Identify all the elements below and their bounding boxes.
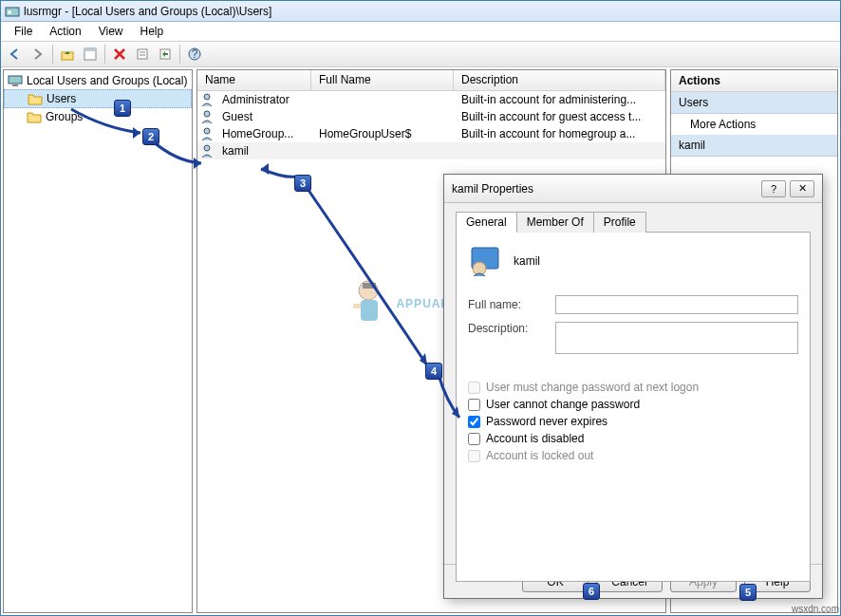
tab-memberof[interactable]: Member Of (516, 212, 594, 233)
tree-item-users[interactable]: Users (4, 89, 192, 108)
annotation-5: 5 (739, 584, 757, 601)
svg-rect-4 (84, 48, 96, 51)
titlebar: lusrmgr - [Local Users and Groups (Local… (1, 1, 840, 22)
menu-view[interactable]: View (91, 23, 131, 40)
col-description[interactable]: Description (454, 70, 665, 90)
menu-file[interactable]: File (7, 23, 40, 40)
col-name[interactable]: Name (197, 70, 311, 90)
checkbox-disabled[interactable] (468, 433, 480, 445)
user-icon (199, 126, 215, 141)
actions-header: Actions (671, 70, 837, 92)
tab-content: kamil Full name: Description: User must … (456, 233, 811, 582)
check-neverexpires[interactable]: Password never expires (468, 415, 798, 428)
label-description: Description: (468, 322, 551, 335)
svg-rect-26 (353, 304, 361, 308)
help-icon[interactable]: ? (184, 44, 205, 65)
svg-point-1 (8, 10, 11, 14)
list-row-administrator[interactable]: Administrator Built-in account for admin… (197, 91, 665, 108)
list-header: Name Full Name Description (197, 70, 665, 91)
dialog-titlebar: kamil Properties ? ✕ (444, 175, 822, 203)
refresh-icon[interactable] (132, 44, 153, 65)
svg-rect-11 (9, 76, 22, 84)
context-help-button[interactable]: ? (761, 180, 786, 197)
user-icon (199, 143, 215, 159)
back-icon[interactable] (5, 44, 26, 65)
forward-icon[interactable] (28, 44, 48, 65)
list-row-kamil[interactable]: kamil (197, 142, 665, 159)
tree-item-label: Users (47, 92, 76, 105)
delete-icon[interactable] (109, 44, 130, 65)
annotation-4: 4 (425, 363, 442, 380)
list-row-guest[interactable]: Guest Built-in account for guest access … (197, 108, 665, 125)
folder-icon (27, 109, 42, 124)
fullname-input[interactable] (555, 295, 798, 314)
actions-section-users: Users (671, 92, 837, 114)
svg-point-16 (204, 145, 210, 151)
actions-section-kamil: kamil (671, 135, 837, 157)
user-avatar-icon (468, 244, 502, 278)
check-lockedout: Account is locked out (468, 449, 798, 462)
svg-rect-27 (363, 283, 376, 289)
checkbox-neverexpires[interactable] (468, 416, 480, 428)
app-icon (5, 4, 20, 19)
menubar: File Action View Help (1, 22, 840, 41)
annotation-1: 1 (114, 100, 131, 117)
checkbox-lockedout (468, 450, 480, 462)
dialog-username: kamil (514, 254, 540, 268)
svg-point-15 (204, 128, 210, 134)
tree-item-label: Groups (46, 110, 83, 123)
user-icon (199, 92, 215, 107)
menu-help[interactable]: Help (133, 23, 172, 40)
checkbox-mustchange (468, 382, 480, 394)
appuals-watermark: APPUALS (342, 275, 458, 332)
checkbox-cannotchange[interactable] (468, 399, 480, 411)
tree-item-groups[interactable]: Groups (4, 108, 192, 125)
check-disabled[interactable]: Account is disabled (468, 432, 798, 445)
svg-rect-5 (138, 49, 147, 59)
actions-more[interactable]: More Actions (671, 114, 837, 135)
list-row-homegroup[interactable]: HomeGroup... HomeGroupUser$ Built-in acc… (197, 125, 665, 142)
tree-root-label: Local Users and Groups (Local) (27, 74, 187, 87)
svg-text:?: ? (192, 47, 198, 61)
tab-general[interactable]: General (456, 212, 517, 233)
annotation-3: 3 (294, 175, 311, 192)
tree-panel: Local Users and Groups (Local) Users Gro… (3, 69, 193, 613)
site-watermark: wsxdn.com (792, 604, 839, 614)
svg-rect-25 (361, 300, 378, 321)
dialog-title: kamil Properties (452, 182, 761, 196)
tabstrip: General Member Of Profile (456, 211, 811, 233)
computer-icon (8, 73, 23, 88)
svg-point-14 (204, 111, 210, 117)
check-mustchange: User must change password at next logon (468, 381, 798, 394)
tab-profile[interactable]: Profile (593, 212, 646, 233)
properties-dialog: kamil Properties ? ✕ General Member Of P… (443, 174, 823, 599)
annotation-6: 6 (583, 583, 600, 600)
up-folder-icon[interactable] (57, 44, 78, 65)
svg-point-13 (204, 94, 210, 100)
close-button[interactable]: ✕ (790, 180, 814, 197)
toolbar: ? (1, 41, 840, 67)
user-icon (199, 109, 215, 124)
window-title: lusrmgr - [Local Users and Groups (Local… (24, 5, 271, 18)
svg-rect-12 (12, 84, 18, 86)
folder-icon (28, 91, 43, 106)
properties-icon[interactable] (80, 44, 101, 65)
label-fullname: Full name: (468, 298, 551, 311)
col-fullname[interactable]: Full Name (311, 70, 454, 90)
export-icon[interactable] (155, 44, 176, 65)
annotation-2: 2 (142, 128, 159, 145)
description-input[interactable] (555, 322, 798, 354)
menu-action[interactable]: Action (42, 23, 88, 40)
check-cannotchange[interactable]: User cannot change password (468, 398, 798, 411)
tree-root[interactable]: Local Users and Groups (Local) (4, 72, 192, 89)
